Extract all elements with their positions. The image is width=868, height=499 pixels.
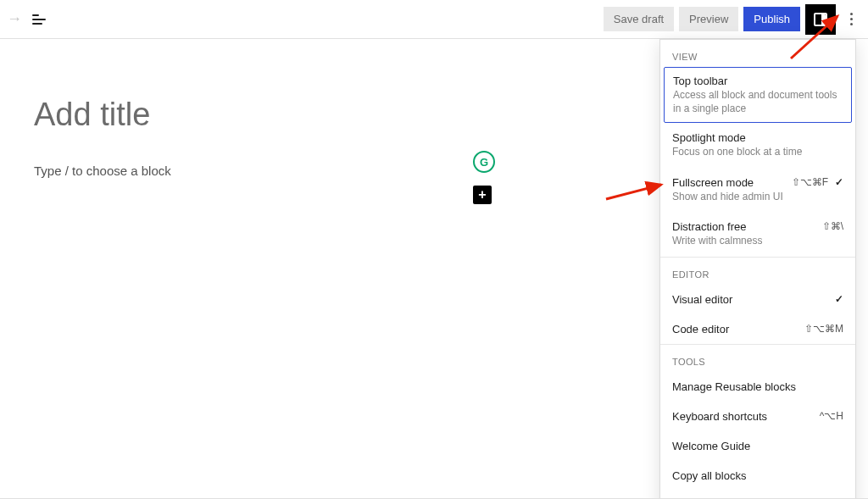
menu-shortcut: ⇧⌥⌘M [804, 323, 843, 335]
menu-section-tools: TOOLS [660, 345, 855, 372]
menu-shortcut: ^⌥H [820, 410, 843, 422]
menu-section-editor: EDITOR [660, 258, 855, 285]
editor-canvas: Add title Type / to choose a block G + [0, 39, 517, 178]
toolbar-right-group: Save draft Preview Publish [604, 4, 861, 35]
menu-item-title: Distraction free [672, 220, 815, 233]
block-placeholder[interactable]: Type / to choose a block [34, 164, 483, 178]
menu-item-distraction-free[interactable]: Distraction free Write with calmness ⇧⌘\ [660, 212, 855, 257]
sidebar-panel-icon [814, 13, 827, 26]
options-menu-button[interactable] [841, 13, 861, 25]
menu-shortcut: ⇧⌥⌘F [792, 176, 828, 188]
menu-item-top-toolbar[interactable]: Top toolbar Access all block and documen… [664, 67, 852, 123]
menu-shortcut: ⇧⌘\ [822, 220, 843, 232]
menu-item-visual-editor[interactable]: Visual editor ✓ [660, 285, 855, 314]
back-arrow-icon: → [7, 10, 22, 28]
menu-section-view: VIEW [660, 40, 855, 67]
publish-button[interactable]: Publish [743, 7, 800, 31]
toolbar-left-group: → [7, 10, 46, 28]
options-dropdown-menu: VIEW Top toolbar Access all block and do… [659, 39, 856, 499]
menu-item-title: Visual editor [672, 293, 828, 306]
menu-item-code-editor[interactable]: Code editor ⇧⌥⌘M [660, 314, 855, 344]
document-outline-icon[interactable] [32, 14, 46, 25]
menu-item-reusable-blocks[interactable]: Manage Reusable blocks [660, 372, 855, 402]
menu-item-title: Copy all blocks [672, 469, 843, 482]
menu-item-fullscreen-mode[interactable]: Fullscreen mode Show and hide admin UI ⇧… [660, 168, 855, 213]
settings-sidebar-toggle[interactable] [805, 4, 836, 35]
menu-item-desc: Focus on one block at a time [672, 146, 843, 159]
menu-item-title: Spotlight mode [672, 131, 843, 144]
add-block-button[interactable]: + [473, 186, 492, 204]
save-draft-button[interactable]: Save draft [604, 7, 674, 31]
menu-item-desc: Show and hide admin UI [672, 191, 785, 204]
check-icon: ✓ [835, 176, 843, 188]
svg-line-1 [606, 185, 661, 199]
menu-item-desc: Access all block and document tools in a… [673, 89, 843, 115]
menu-item-desc: Write with calmness [672, 235, 815, 248]
check-icon: ✓ [835, 293, 843, 305]
menu-item-title: Manage Reusable blocks [672, 380, 843, 393]
menu-item-copy-all-blocks[interactable]: Copy all blocks [660, 461, 855, 491]
post-title-input[interactable]: Add title [34, 97, 483, 133]
menu-item-title: Welcome Guide [672, 440, 843, 452]
menu-item-title: Fullscreen mode [672, 176, 785, 189]
menu-item-title: Code editor [672, 323, 798, 335]
menu-item-title: Top toolbar [673, 75, 843, 87]
editor-top-toolbar: → Save draft Preview Publish [0, 0, 868, 39]
menu-item-spotlight-mode[interactable]: Spotlight mode Focus on one block at a t… [660, 123, 855, 168]
menu-item-title: Keyboard shortcuts [672, 410, 813, 423]
menu-item-keyboard-shortcuts[interactable]: Keyboard shortcuts ^⌥H [660, 402, 855, 431]
preview-button[interactable]: Preview [679, 7, 738, 31]
grammarly-icon[interactable]: G [473, 151, 495, 173]
menu-item-welcome-guide[interactable]: Welcome Guide [660, 431, 855, 461]
